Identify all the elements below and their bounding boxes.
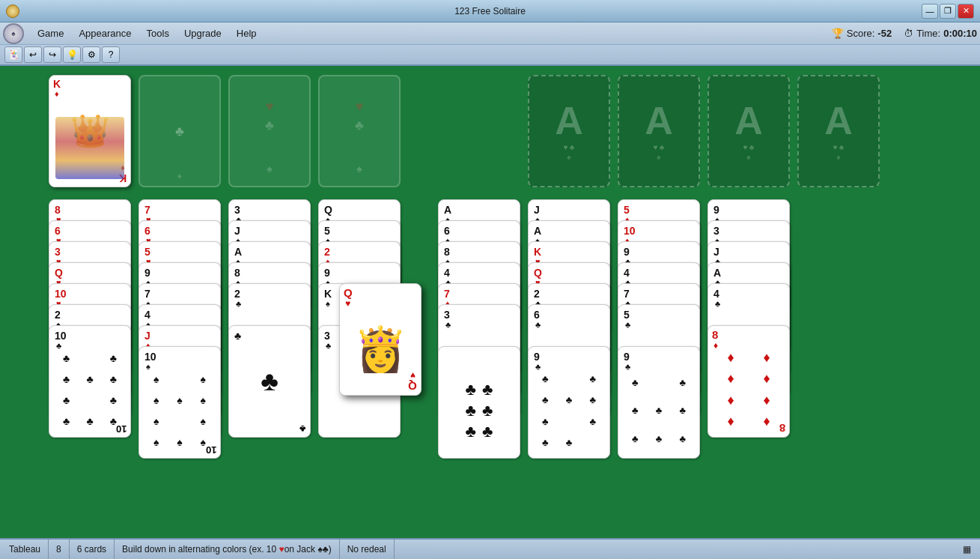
toolbar: 🃏 ↩ ↪ 💡 ⚙ ? [0,45,980,66]
titlebar: 123 Free Solitaire — ❐ ✕ [0,0,980,22]
undo-button[interactable]: ↩ [24,46,42,63]
titlebar-title: 123 Free Solitaire [454,6,526,16]
foundation-3[interactable]: A ♥♣ ♠ [707,75,790,187]
game-area[interactable]: K ♦ K ♦ 👑 ♣ ♠ ♥ ♣ ♠ ♥ ♣ ♠ A ♥♣ ♠ A ♥♣ [0,66,980,538]
status-cards: 6 cards [70,540,115,559]
minimize-button[interactable]: — [922,4,938,19]
app-logo: ♠ [3,23,24,44]
app-icon [6,4,19,18]
stock-slot-3: ♥ ♣ ♠ [228,75,311,187]
status-rule-suit: ♥ [279,544,284,555]
restore-button[interactable]: ❐ [940,4,956,19]
foundation-1[interactable]: A ♥♣ ♠ [528,75,610,187]
score-value: -52 [877,28,892,39]
redo-button[interactable]: ↪ [43,46,61,63]
menu-help[interactable]: Help [229,25,264,41]
time-label: Time: [916,28,940,39]
menu-appearance[interactable]: Appearance [71,25,139,41]
time-value: 0:00:10 [943,28,977,39]
menu-upgrade[interactable]: Upgrade [177,25,229,41]
trophy-icon: 🏆 [832,28,844,39]
time-display: ⏱ Time: 0:00:10 [904,28,977,39]
hint-button[interactable]: 💡 [63,46,81,63]
status-columns: 8 [49,540,70,559]
settings-button[interactable]: ⚙ [82,46,100,63]
score-area: 🏆 Score: -52 ⏱ Time: 0:00:10 [832,28,977,39]
status-game-type: Tableau [6,540,49,559]
status-grid-icon: ▦ [963,544,974,555]
stock-slot-2: ♣ ♠ [139,75,221,187]
score-display: 🏆 Score: -52 [832,28,892,39]
help-button[interactable]: ? [102,46,120,63]
titlebar-left [6,4,19,18]
menubar: ♠ Game Appearance Tools Upgrade Help 🏆 S… [0,22,980,45]
stock-card-1[interactable]: K ♦ K ♦ 👑 [49,75,131,187]
new-game-button[interactable]: 🃏 [4,46,22,63]
foundation-4[interactable]: A ♥♣ ♠ [797,75,880,187]
close-button[interactable]: ✕ [958,4,974,19]
status-rule: Build down in alternating colors (ex. 10… [115,540,340,559]
score-label: Score: [847,28,875,39]
foundation-2[interactable]: A ♥♣ ♠ [618,75,700,187]
menu-tools[interactable]: Tools [139,25,177,41]
clock-icon: ⏱ [904,28,913,39]
titlebar-controls: — ❐ ✕ [922,4,974,19]
status-redeal: No redeal [340,540,395,559]
statusbar: Tableau 8 6 cards Build down in alternat… [0,538,980,559]
menu-game[interactable]: Game [30,25,71,41]
dragging-card-queen-hearts[interactable]: Q ♥ 👸 Q ♥ [339,283,421,396]
stock-slot-4: ♥ ♣ ♠ [318,75,401,187]
